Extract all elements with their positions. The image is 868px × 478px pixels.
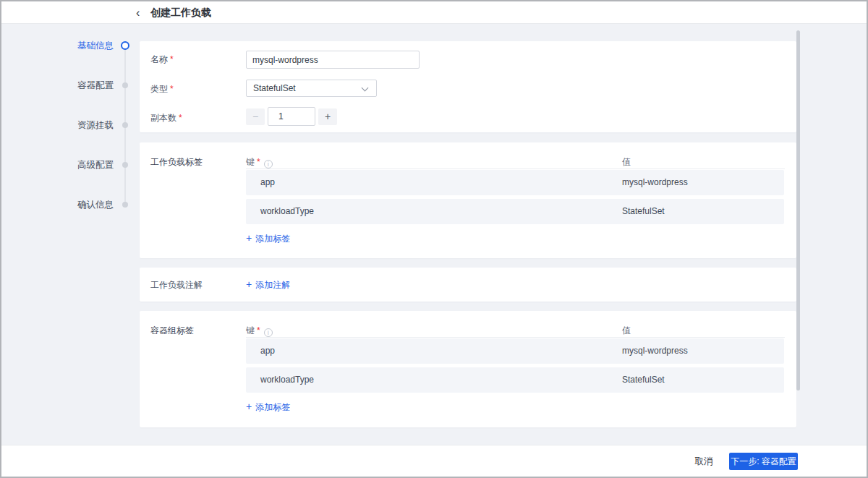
label-key: workloadType bbox=[260, 199, 314, 224]
value-column-header: 值 bbox=[622, 325, 631, 337]
key-column-header: 键*i bbox=[246, 156, 273, 168]
required-asterisk: * bbox=[257, 325, 260, 336]
workload-labels-panel: 工作负载标签 键*i 值 app mysql-wordpress workloa… bbox=[140, 142, 796, 258]
step-advanced-config[interactable]: 高级配置 bbox=[67, 159, 139, 171]
step-label: 资源挂载 bbox=[56, 119, 114, 132]
required-asterisk: * bbox=[170, 84, 174, 94]
replicas-input[interactable] bbox=[268, 107, 315, 126]
type-select-value: StatefulSet bbox=[253, 80, 296, 96]
page-title: 创建工作负载 bbox=[150, 1, 211, 24]
workload-annotations-panel: 工作负载注解 +添加注解 bbox=[140, 268, 796, 302]
info-icon[interactable]: i bbox=[264, 160, 273, 168]
basic-info-panel: 名称* 类型* StatefulSet 副本数* − + bbox=[140, 41, 796, 132]
label-value: mysql-wordpress bbox=[622, 338, 688, 364]
step-confirm-info[interactable]: 确认信息 bbox=[67, 199, 139, 210]
plus-icon: + bbox=[246, 401, 252, 412]
cancel-button[interactable]: 取消 bbox=[682, 453, 726, 470]
step-active-dot-icon bbox=[121, 41, 129, 50]
step-dot-icon bbox=[122, 162, 128, 168]
name-label: 名称* bbox=[150, 54, 174, 66]
label-value: mysql-wordpress bbox=[622, 170, 688, 195]
replicas-minus-button[interactable]: − bbox=[246, 108, 265, 125]
step-label: 基础信息 bbox=[56, 40, 114, 52]
key-column-header: 键*i bbox=[246, 325, 273, 337]
label-row[interactable]: app mysql-wordpress bbox=[246, 170, 784, 195]
required-asterisk: * bbox=[179, 113, 182, 123]
step-resource-mount[interactable]: 资源挂载 bbox=[67, 119, 139, 131]
table-header-divider bbox=[246, 337, 785, 338]
plus-icon: + bbox=[246, 232, 252, 244]
back-icon[interactable]: ‹ bbox=[136, 1, 140, 24]
chevron-down-icon bbox=[362, 85, 369, 92]
value-column-header: 值 bbox=[622, 156, 631, 168]
required-asterisk: * bbox=[170, 54, 174, 64]
type-label: 类型* bbox=[150, 83, 174, 95]
step-label: 容器配置 bbox=[56, 80, 114, 92]
next-step-button[interactable]: 下一步: 容器配置 bbox=[729, 453, 798, 470]
workload-labels-section-label: 工作负载标签 bbox=[150, 156, 203, 168]
step-basic-info[interactable]: 基础信息 bbox=[67, 40, 139, 51]
pod-labels-section-label: 容器组标签 bbox=[150, 325, 194, 337]
label-value: StatefulSet bbox=[622, 199, 665, 224]
create-workload-page: ‹ 创建工作负载 基础信息 容器配置 资源挂载 高级配置 确认信息 名称* 类型… bbox=[0, 0, 868, 478]
label-key: app bbox=[260, 338, 275, 364]
workload-annotations-section-label: 工作负载注解 bbox=[150, 279, 203, 291]
vertical-scrollbar[interactable] bbox=[796, 30, 800, 390]
plus-icon: + bbox=[246, 278, 252, 290]
step-label: 高级配置 bbox=[56, 159, 114, 171]
page-header: ‹ 创建工作负载 bbox=[1, 1, 867, 24]
pod-labels-panel: 容器组标签 键*i 值 app mysql-wordpress workload… bbox=[140, 311, 796, 427]
label-value: StatefulSet bbox=[622, 367, 665, 393]
step-dot-icon bbox=[122, 122, 128, 128]
footer-bar: 取消 下一步: 容器配置 bbox=[1, 445, 867, 477]
step-dot-icon bbox=[122, 202, 128, 208]
label-key: app bbox=[260, 170, 275, 195]
step-label: 确认信息 bbox=[56, 199, 114, 211]
replicas-plus-button[interactable]: + bbox=[318, 108, 337, 125]
label-row[interactable]: app mysql-wordpress bbox=[246, 338, 784, 364]
replicas-label: 副本数* bbox=[150, 112, 182, 124]
add-label-button[interactable]: +添加标签 bbox=[246, 401, 290, 414]
add-label-button[interactable]: +添加标签 bbox=[246, 232, 290, 245]
step-container-config[interactable]: 容器配置 bbox=[67, 80, 139, 91]
label-row[interactable]: workloadType StatefulSet bbox=[246, 199, 784, 224]
name-input[interactable] bbox=[246, 51, 420, 69]
table-header-divider bbox=[246, 168, 785, 169]
label-row[interactable]: workloadType StatefulSet bbox=[246, 367, 784, 393]
step-dot-icon bbox=[122, 82, 128, 88]
type-select[interactable]: StatefulSet bbox=[246, 80, 377, 97]
info-icon[interactable]: i bbox=[264, 328, 273, 337]
required-asterisk: * bbox=[257, 157, 260, 167]
add-annotation-button[interactable]: +添加注解 bbox=[246, 278, 290, 291]
label-key: workloadType bbox=[260, 367, 314, 393]
